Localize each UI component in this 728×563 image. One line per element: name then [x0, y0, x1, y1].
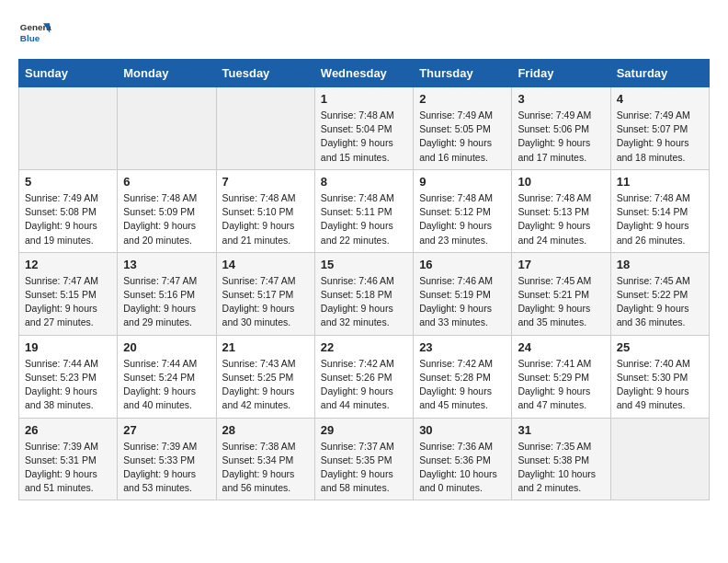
- day-info: Sunrise: 7:39 AM Sunset: 5:33 PM Dayligh…: [123, 440, 210, 496]
- calendar-header-row: SundayMondayTuesdayWednesdayThursdayFrid…: [19, 60, 710, 87]
- day-info: Sunrise: 7:47 AM Sunset: 5:17 PM Dayligh…: [222, 274, 309, 330]
- day-cell: 2Sunrise: 7:49 AM Sunset: 5:05 PM Daylig…: [414, 87, 512, 170]
- day-number: 17: [518, 258, 604, 271]
- day-number: 7: [222, 175, 309, 189]
- day-number: 1: [321, 92, 407, 106]
- day-info: Sunrise: 7:48 AM Sunset: 5:11 PM Dayligh…: [321, 191, 407, 247]
- day-cell: 26Sunrise: 7:39 AM Sunset: 5:31 PM Dayli…: [19, 418, 118, 500]
- day-cell: 19Sunrise: 7:44 AM Sunset: 5:23 PM Dayli…: [19, 335, 118, 418]
- day-info: Sunrise: 7:48 AM Sunset: 5:14 PM Dayligh…: [617, 191, 703, 247]
- day-cell: [610, 418, 709, 500]
- logo-icon: General Blue: [18, 17, 51, 50]
- day-cell: 28Sunrise: 7:38 AM Sunset: 5:34 PM Dayli…: [216, 418, 314, 500]
- day-cell: 22Sunrise: 7:42 AM Sunset: 5:26 PM Dayli…: [314, 335, 413, 418]
- day-number: 14: [222, 258, 309, 271]
- day-number: 2: [419, 92, 506, 106]
- day-info: Sunrise: 7:48 AM Sunset: 5:04 PM Dayligh…: [321, 109, 407, 165]
- day-info: Sunrise: 7:37 AM Sunset: 5:35 PM Dayligh…: [321, 440, 407, 496]
- day-cell: 7Sunrise: 7:48 AM Sunset: 5:10 PM Daylig…: [216, 169, 314, 252]
- week-row-1: 1Sunrise: 7:48 AM Sunset: 5:04 PM Daylig…: [19, 87, 710, 170]
- day-number: 27: [123, 423, 210, 437]
- day-number: 31: [518, 423, 604, 437]
- day-number: 23: [419, 340, 506, 354]
- day-info: Sunrise: 7:43 AM Sunset: 5:25 PM Dayligh…: [222, 357, 309, 413]
- week-row-3: 12Sunrise: 7:47 AM Sunset: 5:15 PM Dayli…: [19, 252, 710, 335]
- day-cell: 25Sunrise: 7:40 AM Sunset: 5:30 PM Dayli…: [610, 335, 709, 418]
- day-cell: [216, 87, 314, 170]
- day-cell: 15Sunrise: 7:46 AM Sunset: 5:18 PM Dayli…: [314, 252, 413, 335]
- day-number: 15: [321, 258, 407, 271]
- day-number: 5: [25, 175, 111, 189]
- svg-text:Blue: Blue: [20, 33, 40, 43]
- day-number: 28: [222, 423, 309, 437]
- col-header-wednesday: Wednesday: [314, 60, 413, 87]
- day-number: 24: [518, 340, 604, 354]
- day-cell: 12Sunrise: 7:47 AM Sunset: 5:15 PM Dayli…: [19, 252, 118, 335]
- col-header-sunday: Sunday: [19, 60, 118, 87]
- day-info: Sunrise: 7:45 AM Sunset: 5:22 PM Dayligh…: [617, 274, 703, 330]
- calendar: SundayMondayTuesdayWednesdayThursdayFrid…: [18, 59, 710, 500]
- day-info: Sunrise: 7:35 AM Sunset: 5:38 PM Dayligh…: [518, 440, 604, 496]
- day-info: Sunrise: 7:38 AM Sunset: 5:34 PM Dayligh…: [222, 440, 309, 496]
- day-info: Sunrise: 7:48 AM Sunset: 5:12 PM Dayligh…: [419, 191, 506, 247]
- day-number: 20: [123, 340, 210, 354]
- day-info: Sunrise: 7:46 AM Sunset: 5:19 PM Dayligh…: [419, 274, 506, 330]
- day-number: 8: [321, 175, 407, 189]
- day-cell: 17Sunrise: 7:45 AM Sunset: 5:21 PM Dayli…: [512, 252, 610, 335]
- day-info: Sunrise: 7:39 AM Sunset: 5:31 PM Dayligh…: [25, 440, 111, 496]
- day-info: Sunrise: 7:47 AM Sunset: 5:16 PM Dayligh…: [123, 274, 210, 330]
- day-cell: [19, 87, 118, 170]
- day-info: Sunrise: 7:47 AM Sunset: 5:15 PM Dayligh…: [25, 274, 111, 330]
- day-info: Sunrise: 7:41 AM Sunset: 5:29 PM Dayligh…: [518, 357, 604, 413]
- day-number: 16: [419, 258, 506, 271]
- day-info: Sunrise: 7:49 AM Sunset: 5:08 PM Dayligh…: [25, 191, 111, 247]
- day-number: 4: [617, 92, 703, 106]
- day-cell: 10Sunrise: 7:48 AM Sunset: 5:13 PM Dayli…: [512, 169, 610, 252]
- day-cell: 23Sunrise: 7:42 AM Sunset: 5:28 PM Dayli…: [414, 335, 512, 418]
- day-number: 18: [617, 258, 703, 271]
- day-number: 21: [222, 340, 309, 354]
- day-number: 9: [419, 175, 506, 189]
- logo: General Blue: [18, 17, 51, 50]
- week-row-5: 26Sunrise: 7:39 AM Sunset: 5:31 PM Dayli…: [19, 418, 710, 500]
- day-info: Sunrise: 7:49 AM Sunset: 5:05 PM Dayligh…: [419, 109, 506, 165]
- day-cell: 11Sunrise: 7:48 AM Sunset: 5:14 PM Dayli…: [610, 169, 709, 252]
- day-info: Sunrise: 7:48 AM Sunset: 5:13 PM Dayligh…: [518, 191, 604, 247]
- day-number: 25: [617, 340, 703, 354]
- day-info: Sunrise: 7:42 AM Sunset: 5:26 PM Dayligh…: [321, 357, 407, 413]
- week-row-4: 19Sunrise: 7:44 AM Sunset: 5:23 PM Dayli…: [19, 335, 710, 418]
- day-number: 3: [518, 92, 604, 106]
- day-cell: 16Sunrise: 7:46 AM Sunset: 5:19 PM Dayli…: [414, 252, 512, 335]
- day-cell: 27Sunrise: 7:39 AM Sunset: 5:33 PM Dayli…: [118, 418, 216, 500]
- day-cell: 8Sunrise: 7:48 AM Sunset: 5:11 PM Daylig…: [314, 169, 413, 252]
- day-cell: 5Sunrise: 7:49 AM Sunset: 5:08 PM Daylig…: [19, 169, 118, 252]
- day-info: Sunrise: 7:46 AM Sunset: 5:18 PM Dayligh…: [321, 274, 407, 330]
- day-info: Sunrise: 7:45 AM Sunset: 5:21 PM Dayligh…: [518, 274, 604, 330]
- week-row-2: 5Sunrise: 7:49 AM Sunset: 5:08 PM Daylig…: [19, 169, 710, 252]
- day-number: 30: [419, 423, 506, 437]
- day-info: Sunrise: 7:44 AM Sunset: 5:24 PM Dayligh…: [123, 357, 210, 413]
- day-cell: 6Sunrise: 7:48 AM Sunset: 5:09 PM Daylig…: [118, 169, 216, 252]
- day-cell: 20Sunrise: 7:44 AM Sunset: 5:24 PM Dayli…: [118, 335, 216, 418]
- day-info: Sunrise: 7:40 AM Sunset: 5:30 PM Dayligh…: [617, 357, 703, 413]
- page: General Blue SundayMondayTuesdayWednesda…: [0, 0, 728, 517]
- day-cell: 13Sunrise: 7:47 AM Sunset: 5:16 PM Dayli…: [118, 252, 216, 335]
- day-cell: 21Sunrise: 7:43 AM Sunset: 5:25 PM Dayli…: [216, 335, 314, 418]
- day-info: Sunrise: 7:44 AM Sunset: 5:23 PM Dayligh…: [25, 357, 111, 413]
- day-cell: 18Sunrise: 7:45 AM Sunset: 5:22 PM Dayli…: [610, 252, 709, 335]
- day-number: 22: [321, 340, 407, 354]
- col-header-thursday: Thursday: [414, 60, 512, 87]
- day-number: 19: [25, 340, 111, 354]
- day-info: Sunrise: 7:36 AM Sunset: 5:36 PM Dayligh…: [419, 440, 506, 496]
- day-info: Sunrise: 7:49 AM Sunset: 5:07 PM Dayligh…: [617, 109, 703, 165]
- day-cell: 3Sunrise: 7:49 AM Sunset: 5:06 PM Daylig…: [512, 87, 610, 170]
- day-cell: 31Sunrise: 7:35 AM Sunset: 5:38 PM Dayli…: [512, 418, 610, 500]
- day-cell: 24Sunrise: 7:41 AM Sunset: 5:29 PM Dayli…: [512, 335, 610, 418]
- day-info: Sunrise: 7:48 AM Sunset: 5:10 PM Dayligh…: [222, 191, 309, 247]
- col-header-saturday: Saturday: [610, 60, 709, 87]
- day-number: 12: [25, 258, 111, 271]
- day-number: 11: [617, 175, 703, 189]
- day-number: 6: [123, 175, 210, 189]
- day-cell: 29Sunrise: 7:37 AM Sunset: 5:35 PM Dayli…: [314, 418, 413, 500]
- day-number: 26: [25, 423, 111, 437]
